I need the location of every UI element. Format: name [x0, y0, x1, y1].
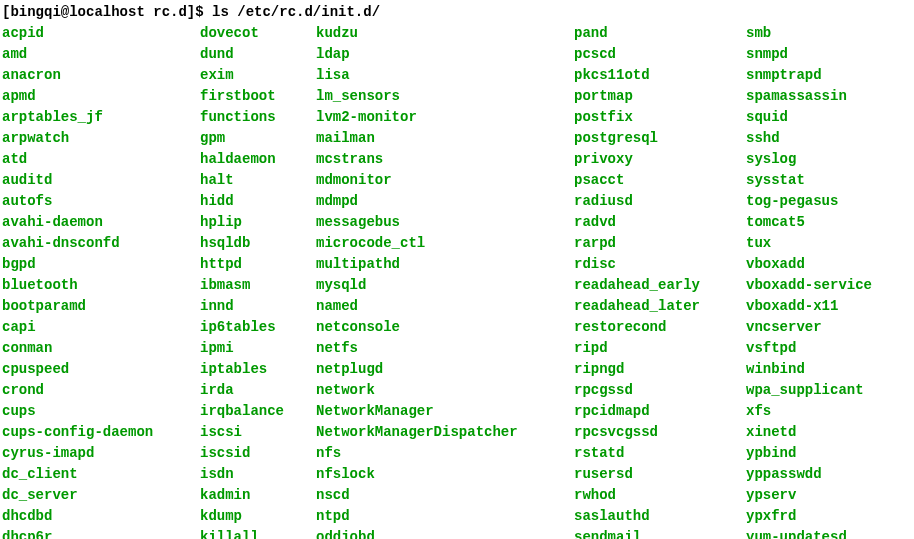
file-entry: vsftpd — [746, 338, 890, 359]
file-entry: kudzu — [316, 23, 574, 44]
file-entry: messagebus — [316, 212, 574, 233]
file-entry: ripd — [574, 338, 746, 359]
file-entry: bgpd — [2, 254, 200, 275]
file-entry: dc_server — [2, 485, 200, 506]
file-entry: anacron — [2, 65, 200, 86]
file-entry: ip6tables — [200, 317, 316, 338]
file-entry: xfs — [746, 401, 890, 422]
file-entry: gpm — [200, 128, 316, 149]
file-entry: readahead_later — [574, 296, 746, 317]
file-entry: psacct — [574, 170, 746, 191]
file-entry: cups — [2, 401, 200, 422]
file-entry: exim — [200, 65, 316, 86]
file-entry: kadmin — [200, 485, 316, 506]
file-entry: irda — [200, 380, 316, 401]
file-entry: ibmasm — [200, 275, 316, 296]
file-entry: halt — [200, 170, 316, 191]
file-entry: iscsid — [200, 443, 316, 464]
file-entry: ypxfrd — [746, 506, 890, 527]
file-entry: xinetd — [746, 422, 890, 443]
file-entry: rstatd — [574, 443, 746, 464]
file-entry: dhcdbd — [2, 506, 200, 527]
file-entry: killall — [200, 527, 316, 539]
file-entry: cpuspeed — [2, 359, 200, 380]
file-entry: ldap — [316, 44, 574, 65]
file-entry: rwhod — [574, 485, 746, 506]
file-entry: rusersd — [574, 464, 746, 485]
file-entry: functions — [200, 107, 316, 128]
file-entry: spamassassin — [746, 86, 890, 107]
file-entry: acpid — [2, 23, 200, 44]
ls-column-1: acpidamdanacronapmdarptables_jfarpwatcha… — [2, 23, 200, 539]
file-entry: atd — [2, 149, 200, 170]
file-entry: autofs — [2, 191, 200, 212]
file-entry: named — [316, 296, 574, 317]
file-entry: snmpd — [746, 44, 890, 65]
file-entry: rpcidmapd — [574, 401, 746, 422]
file-entry: nfslock — [316, 464, 574, 485]
file-entry: ypbind — [746, 443, 890, 464]
file-entry: avahi-dnsconfd — [2, 233, 200, 254]
file-entry: ipmi — [200, 338, 316, 359]
file-entry: mcstrans — [316, 149, 574, 170]
file-entry: privoxy — [574, 149, 746, 170]
file-entry: capi — [2, 317, 200, 338]
file-entry: dhcp6r — [2, 527, 200, 539]
file-entry: NetworkManagerDispatcher — [316, 422, 574, 443]
file-entry: portmap — [574, 86, 746, 107]
file-entry: pcscd — [574, 44, 746, 65]
file-entry: mdmonitor — [316, 170, 574, 191]
file-entry: sysstat — [746, 170, 890, 191]
file-entry: vboxadd-service — [746, 275, 890, 296]
file-entry: mysqld — [316, 275, 574, 296]
file-entry: vboxadd — [746, 254, 890, 275]
file-entry: yppasswdd — [746, 464, 890, 485]
file-entry: kdump — [200, 506, 316, 527]
file-entry: hsqldb — [200, 233, 316, 254]
file-entry: cyrus-imapd — [2, 443, 200, 464]
file-entry: hplip — [200, 212, 316, 233]
ls-column-5: smbsnmpdsnmptrapdspamassassinsquidsshdsy… — [746, 23, 890, 539]
file-entry: irqbalance — [200, 401, 316, 422]
file-entry: tomcat5 — [746, 212, 890, 233]
file-entry: wpa_supplicant — [746, 380, 890, 401]
file-entry: yum-updatesd — [746, 527, 890, 539]
ls-column-2: dovecotdundeximfirstbootfunctionsgpmhald… — [200, 23, 316, 539]
file-entry: bootparamd — [2, 296, 200, 317]
file-entry: avahi-daemon — [2, 212, 200, 233]
file-entry: iptables — [200, 359, 316, 380]
file-entry: oddjobd — [316, 527, 574, 539]
file-entry: iscsi — [200, 422, 316, 443]
file-entry: hidd — [200, 191, 316, 212]
file-entry: bluetooth — [2, 275, 200, 296]
file-entry: lvm2-monitor — [316, 107, 574, 128]
terminal-prompt-line: [bingqi@localhost rc.d]$ ls /etc/rc.d/in… — [2, 2, 912, 23]
file-entry: network — [316, 380, 574, 401]
file-entry: auditd — [2, 170, 200, 191]
file-entry: postgresql — [574, 128, 746, 149]
file-entry: nfs — [316, 443, 574, 464]
file-entry: rdisc — [574, 254, 746, 275]
file-entry: squid — [746, 107, 890, 128]
file-entry: mailman — [316, 128, 574, 149]
file-entry: NetworkManager — [316, 401, 574, 422]
file-entry: lisa — [316, 65, 574, 86]
prompt-user-host: [bingqi@localhost rc.d]$ — [2, 4, 212, 20]
file-entry: cups-config-daemon — [2, 422, 200, 443]
file-entry: arpwatch — [2, 128, 200, 149]
file-entry: tux — [746, 233, 890, 254]
file-entry: lm_sensors — [316, 86, 574, 107]
file-entry: netplugd — [316, 359, 574, 380]
file-entry: sendmail — [574, 527, 746, 539]
file-entry: netfs — [316, 338, 574, 359]
file-entry: ypserv — [746, 485, 890, 506]
file-entry: rarpd — [574, 233, 746, 254]
file-entry: innd — [200, 296, 316, 317]
file-entry: sshd — [746, 128, 890, 149]
file-entry: ripngd — [574, 359, 746, 380]
prompt-command: ls /etc/rc.d/init.d/ — [212, 4, 380, 20]
file-entry: rpcsvcgssd — [574, 422, 746, 443]
file-entry: multipathd — [316, 254, 574, 275]
ls-output: acpidamdanacronapmdarptables_jfarpwatcha… — [2, 23, 912, 539]
file-entry: isdn — [200, 464, 316, 485]
